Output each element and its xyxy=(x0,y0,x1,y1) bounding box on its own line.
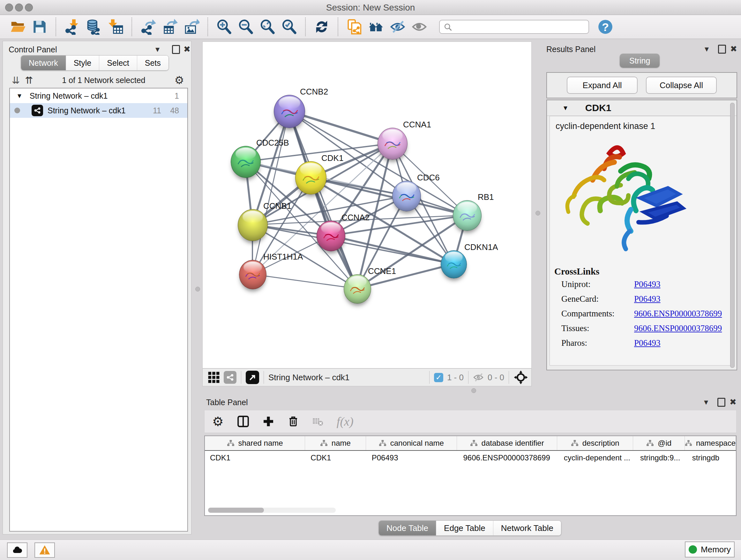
save-session-button[interactable] xyxy=(30,17,49,36)
selected-checkbox-icon[interactable]: ✓ xyxy=(434,373,443,382)
panel-close-icon[interactable]: ✖ xyxy=(730,45,737,53)
crosslink-link[interactable]: P06493 xyxy=(634,279,661,289)
network-canvas[interactable]: CCNB2CCNA1CDC25BCDK1CDC6RB1CCNB1CCNA2CDK… xyxy=(202,42,532,368)
zoom-in-button[interactable] xyxy=(215,17,233,36)
crosslink-label: Pharos: xyxy=(554,338,634,348)
hide-selected-button[interactable] xyxy=(388,17,407,36)
zoom-out-button[interactable] xyxy=(237,17,255,36)
table-cell[interactable]: stringdb:9... xyxy=(635,453,687,462)
panel-menu-icon[interactable]: ▾ xyxy=(155,45,159,53)
search-input[interactable] xyxy=(439,20,589,34)
import-network-button[interactable] xyxy=(63,17,81,36)
export-network-button[interactable] xyxy=(139,17,157,36)
network-node-ccnb2[interactable] xyxy=(274,95,305,128)
splitter-handle[interactable] xyxy=(536,211,540,215)
import-network-from-database-button[interactable] xyxy=(84,17,103,36)
table-cell[interactable]: CDK1 xyxy=(205,453,306,462)
network-edge[interactable] xyxy=(289,111,392,143)
string-results-tab[interactable]: String xyxy=(620,54,660,68)
panel-float-icon[interactable] xyxy=(718,398,725,407)
network-row[interactable]: String Network – cdk1 11 48 xyxy=(10,103,187,118)
panel-close-icon[interactable]: ✖ xyxy=(730,398,737,406)
delete-column-trash-icon[interactable] xyxy=(287,416,299,427)
network-node-cdc6[interactable] xyxy=(392,181,421,211)
memory-button[interactable]: Memory xyxy=(685,542,735,557)
panel-float-icon[interactable] xyxy=(718,45,726,54)
splitter-handle[interactable] xyxy=(195,287,200,292)
tab-edge-table[interactable]: Edge Table xyxy=(436,521,493,536)
table-hscrollbar-thumb[interactable] xyxy=(208,508,264,513)
network-node-rb1[interactable] xyxy=(453,200,482,231)
tab-sets[interactable]: Sets xyxy=(137,56,169,70)
network-node-ccna1[interactable] xyxy=(378,128,408,160)
show-columns-icon[interactable] xyxy=(237,415,249,428)
apply-layout-button[interactable] xyxy=(313,17,331,36)
table-cell[interactable]: stringdb xyxy=(687,453,736,462)
warnings-button[interactable] xyxy=(35,543,55,558)
crosslink-link[interactable]: 9606.ENSP00000378699 xyxy=(634,323,722,333)
import-table-button[interactable] xyxy=(106,17,125,36)
column-header-canonical-name[interactable]: canonical name xyxy=(366,436,457,450)
column-header-namespace[interactable]: namespace xyxy=(685,436,736,450)
export-image-button[interactable] xyxy=(182,17,201,36)
crosslink-link[interactable]: P06493 xyxy=(634,338,661,348)
zoom-selected-button[interactable] xyxy=(280,17,298,36)
clone-network-button[interactable] xyxy=(345,17,363,36)
table-cell[interactable]: cyclin-dependent ... xyxy=(559,453,635,462)
tab-node-table[interactable]: Node Table xyxy=(379,521,436,536)
network-node-ccnb1[interactable] xyxy=(238,209,268,241)
network-badge-toggle-icon[interactable] xyxy=(224,371,237,384)
expand-all-tree-icon[interactable]: ⇊ xyxy=(12,75,20,86)
network-collection-row[interactable]: ▼ String Network – cdk1 1 xyxy=(10,88,187,103)
crosslink-link[interactable]: 9606.ENSP00000378699 xyxy=(634,309,722,319)
panel-float-icon[interactable] xyxy=(172,45,180,54)
network-node-hist1h1a[interactable] xyxy=(239,260,266,289)
splitter-handle[interactable] xyxy=(471,388,476,393)
table-cell[interactable]: P06493 xyxy=(367,453,458,462)
help-button[interactable]: ? xyxy=(596,17,615,36)
collapse-all-button[interactable]: Collapse All xyxy=(646,77,717,94)
network-node-ccne1[interactable] xyxy=(344,274,371,304)
column-header-shared-name[interactable]: shared name xyxy=(205,436,305,450)
tree-expander-icon[interactable]: ▼ xyxy=(16,92,23,100)
export-table-button[interactable] xyxy=(160,17,179,36)
tab-network-table[interactable]: Network Table xyxy=(493,521,561,536)
network-node-ccna2[interactable] xyxy=(317,221,345,251)
home-button[interactable] xyxy=(367,17,385,36)
column-header-database-identifier[interactable]: database identifier xyxy=(457,436,557,450)
zoom-fit-button[interactable] xyxy=(258,17,277,36)
column-header-description[interactable]: description xyxy=(557,436,633,450)
tree-options-gear-icon[interactable]: ⚙ xyxy=(175,74,184,86)
gene-expander-icon[interactable]: ▼ xyxy=(562,105,569,112)
table-cell[interactable]: CDK1 xyxy=(306,453,366,462)
network-edge[interactable] xyxy=(253,274,357,289)
network-edge[interactable] xyxy=(331,236,454,264)
panel-menu-icon[interactable]: ▾ xyxy=(704,45,709,53)
add-column-icon[interactable] xyxy=(263,416,274,427)
tab-network[interactable]: Network xyxy=(21,56,66,70)
crosslink-link[interactable]: P06493 xyxy=(634,294,661,304)
collapse-all-tree-icon[interactable]: ⇈ xyxy=(25,75,33,86)
birdseye-view-icon[interactable] xyxy=(246,371,259,384)
results-scrollbar[interactable] xyxy=(730,103,735,368)
open-session-button[interactable] xyxy=(9,17,27,36)
fit-content-crosshair-icon[interactable] xyxy=(514,370,528,385)
column-header-name[interactable]: name xyxy=(305,436,366,450)
column-header--id[interactable]: @id xyxy=(633,436,685,450)
expand-all-button[interactable]: Expand All xyxy=(567,77,637,94)
show-all-button[interactable] xyxy=(410,17,428,36)
network-node-cdc25b[interactable] xyxy=(231,146,261,178)
cloud-status-button[interactable] xyxy=(7,543,27,558)
panel-close-icon[interactable]: ✖ xyxy=(184,45,191,53)
grid-view-icon[interactable] xyxy=(208,371,220,383)
network-edge[interactable] xyxy=(253,111,289,274)
table-settings-gear-icon[interactable]: ⚙ xyxy=(212,414,224,429)
tab-select[interactable]: Select xyxy=(99,56,137,70)
gene-section-header[interactable]: ▼ CDK1 xyxy=(547,100,737,116)
tab-style[interactable]: Style xyxy=(66,56,99,70)
table-row[interactable]: CDK1CDK1P064939606.ENSP00000378699cyclin… xyxy=(205,451,736,465)
table-cell[interactable]: 9606.ENSP00000378699 xyxy=(458,453,558,462)
network-node-cdkn1a[interactable] xyxy=(441,250,467,278)
panel-menu-icon[interactable]: ▾ xyxy=(704,398,708,406)
network-node-cdk1[interactable] xyxy=(295,161,327,194)
